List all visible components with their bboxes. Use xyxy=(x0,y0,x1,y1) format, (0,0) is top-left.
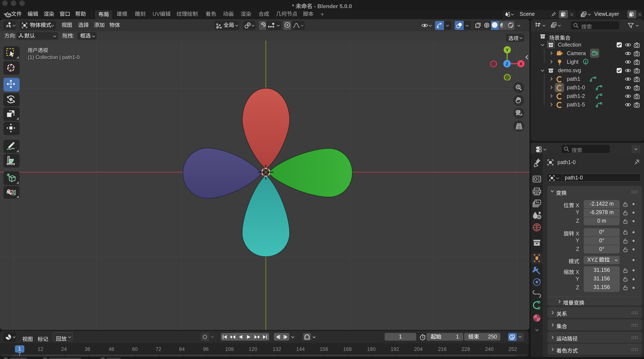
svg-text:X: X xyxy=(520,61,522,66)
svg-text:Z: Z xyxy=(506,61,508,66)
svg-text:Y: Y xyxy=(506,48,509,52)
